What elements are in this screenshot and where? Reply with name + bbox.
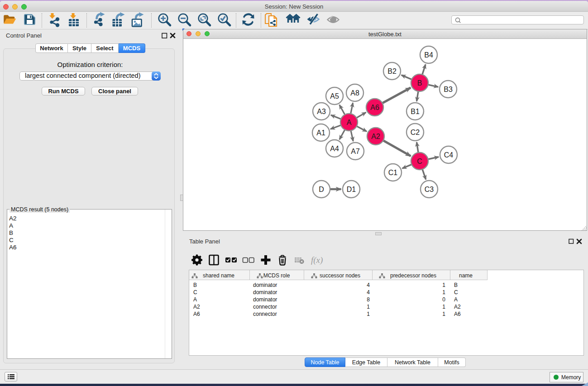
svg-text:B2: B2 (387, 67, 397, 75)
svg-text:f(x): f(x) (311, 255, 323, 265)
svg-text:A5: A5 (330, 92, 339, 100)
svg-text:A4: A4 (330, 145, 339, 152)
svg-text:B: B (417, 79, 422, 87)
svg-text:A7: A7 (351, 148, 360, 155)
svg-text:B1: B1 (411, 108, 420, 115)
svg-text:D: D (319, 186, 324, 193)
svg-text:C1: C1 (388, 169, 398, 176)
svg-text:B4: B4 (424, 51, 433, 59)
svg-text:C: C (417, 157, 422, 165)
svg-text:C4: C4 (444, 151, 454, 159)
svg-text:A8: A8 (350, 89, 359, 97)
svg-text:A6: A6 (370, 104, 379, 111)
svg-text:B3: B3 (444, 86, 453, 93)
svg-text:A2: A2 (371, 133, 380, 140)
svg-text:A: A (347, 119, 352, 126)
svg-text:D1: D1 (347, 186, 356, 193)
svg-text:C3: C3 (425, 186, 434, 193)
svg-text:A3: A3 (317, 108, 326, 115)
svg-text:C2: C2 (411, 129, 420, 136)
svg-text:A1: A1 (316, 129, 325, 137)
